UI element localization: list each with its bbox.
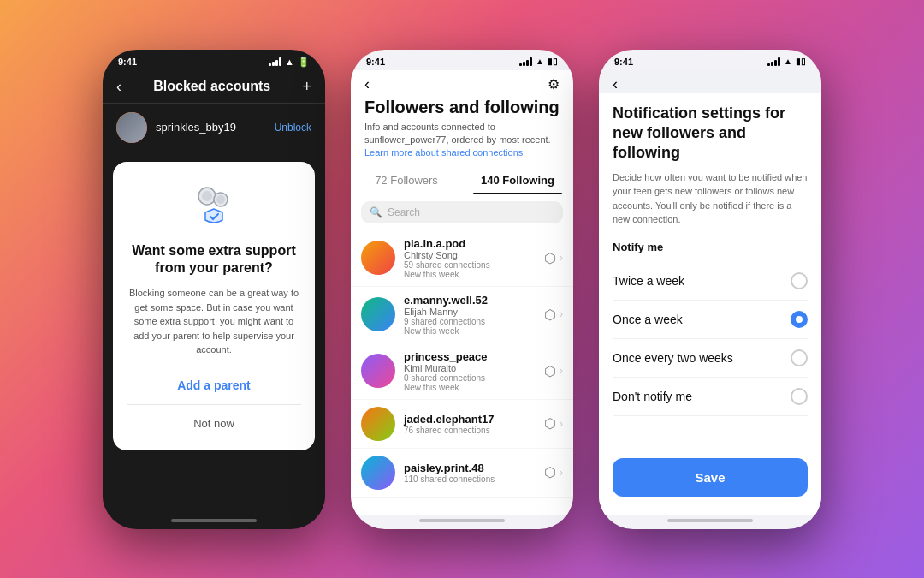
battery-icon-3: ▮▯ xyxy=(796,57,806,66)
list-item[interactable]: jaded.elephant17 76 shared connections ⬡… xyxy=(351,400,573,449)
signal-bars-3 xyxy=(767,57,780,66)
phone-blocked-accounts: 9:41 ▲ 🔋 ‹ Blocked accounts + sprinkles_… xyxy=(103,50,325,529)
instagram-icon-2[interactable]: ⬡ xyxy=(544,363,556,379)
notification-body: Notification settings for new followers … xyxy=(599,93,821,515)
instagram-icon-0[interactable]: ⬡ xyxy=(544,250,556,266)
radio-label-1: Once a week xyxy=(613,313,683,326)
blocked-title: Blocked accounts xyxy=(153,79,270,94)
modal-illustration xyxy=(188,179,240,230)
user-list: pia.in.a.pod Chirsty Song 59 shared conn… xyxy=(351,230,573,515)
status-icons-3: ▲ ▮▯ xyxy=(767,57,806,66)
blocked-user-avatar xyxy=(116,112,147,143)
add-parent-button[interactable]: Add a parent xyxy=(177,375,251,396)
status-time-2: 9:41 xyxy=(366,57,385,67)
followers-subtitle: Info and accounts connected to sunflower… xyxy=(351,121,573,167)
unblock-button[interactable]: Unblock xyxy=(275,122,311,134)
notification-title: Notification settings for new followers … xyxy=(613,104,808,164)
phone-notifications: 9:41 ▲ ▮▯ ‹ Notification settings for ne… xyxy=(599,50,821,529)
modal-divider-2 xyxy=(127,404,301,405)
radio-option-3[interactable]: Don't notify me xyxy=(613,378,808,416)
user-avatar-4 xyxy=(361,456,395,490)
user-meta-4: 110 shared connections xyxy=(404,474,536,484)
user-handle-3: jaded.elephant17 xyxy=(404,413,536,426)
chevron-right-icon-1: › xyxy=(560,308,563,320)
instagram-icon-1[interactable]: ⬡ xyxy=(544,307,556,323)
chevron-right-icon-0: › xyxy=(560,252,563,264)
blocked-content: ‹ Blocked accounts + sprinkles_bby19 Unb… xyxy=(103,71,325,515)
svg-point-3 xyxy=(216,195,225,204)
svg-point-1 xyxy=(202,191,212,201)
home-indicator-2 xyxy=(419,519,505,522)
blocked-header: ‹ Blocked accounts + xyxy=(103,71,325,104)
tab-following[interactable]: 140 Following xyxy=(462,167,573,194)
notification-desc: Decide how often you want to be notified… xyxy=(613,170,808,227)
followers-header: ‹ ⚙ xyxy=(351,70,573,97)
signal-bars-2 xyxy=(519,57,532,66)
search-bar[interactable]: 🔍 Search xyxy=(361,201,563,223)
radio-option-2[interactable]: Once every two weeks xyxy=(613,339,808,378)
user-name-1: Elijah Manny xyxy=(404,307,536,317)
followers-tabs: 72 Followers 140 Following xyxy=(351,167,573,194)
add-button[interactable]: + xyxy=(302,78,311,96)
user-meta-1: 9 shared connections xyxy=(404,317,536,326)
radio-button-1[interactable] xyxy=(791,311,808,328)
not-now-button[interactable]: Not now xyxy=(193,414,234,433)
radio-button-3[interactable] xyxy=(791,388,808,405)
user-handle-1: e.manny.well.52 xyxy=(404,294,536,307)
signal-bars-1 xyxy=(269,57,281,66)
modal-title: Want some extra support from your parent… xyxy=(127,242,301,278)
save-button[interactable]: Save xyxy=(613,458,808,497)
support-modal: Want some extra support from your parent… xyxy=(113,162,315,450)
battery-icon-2: ▮▯ xyxy=(548,57,558,66)
blocked-username: sprinkles_bby19 xyxy=(156,121,266,134)
search-icon: 🔍 xyxy=(370,206,382,218)
tab-followers[interactable]: 72 Followers xyxy=(351,167,462,194)
list-item[interactable]: paisley.print.48 110 shared connections … xyxy=(351,449,573,498)
modal-divider-1 xyxy=(127,366,301,366)
radio-option-0[interactable]: Twice a week xyxy=(613,262,808,301)
notification-content: ‹ Notification settings for new follower… xyxy=(599,70,821,515)
status-bar-3: 9:41 ▲ ▮▯ xyxy=(599,50,821,70)
radio-button-0[interactable] xyxy=(791,272,808,289)
search-placeholder: Search xyxy=(388,206,420,218)
radio-option-1[interactable]: Once a week xyxy=(613,301,808,339)
followers-content: ‹ ⚙ Followers and following Info and acc… xyxy=(351,70,573,515)
user-handle-2: princess_peace xyxy=(404,350,536,363)
back-button-1[interactable]: ‹ xyxy=(116,78,121,96)
settings-icon[interactable]: ⚙ xyxy=(548,76,560,92)
phone-followers: 9:41 ▲ ▮▯ ‹ ⚙ Followers and following In… xyxy=(351,50,573,529)
notify-me-label: Notify me xyxy=(613,241,808,253)
wifi-icon-1: ▲ xyxy=(285,57,294,67)
user-meta-0: 59 shared connections xyxy=(404,260,536,270)
instagram-icon-4[interactable]: ⬡ xyxy=(544,464,556,480)
user-meta-3: 76 shared connections xyxy=(404,426,536,435)
radio-button-2[interactable] xyxy=(791,349,808,366)
battery-icon-1: 🔋 xyxy=(298,57,310,68)
list-item[interactable]: e.manny.well.52 Elijah Manny 9 shared co… xyxy=(351,287,573,343)
status-bar-2: 9:41 ▲ ▮▯ xyxy=(351,50,573,70)
user-handle-0: pia.in.a.pod xyxy=(404,237,536,250)
status-time-1: 9:41 xyxy=(118,57,137,67)
user-name-0: Chirsty Song xyxy=(404,250,536,260)
status-icons-1: ▲ 🔋 xyxy=(269,57,310,68)
blocked-user-row: sprinkles_bby19 Unblock xyxy=(103,104,325,152)
chevron-right-icon-2: › xyxy=(560,365,563,377)
wifi-icon-3: ▲ xyxy=(784,57,792,66)
status-icons-2: ▲ ▮▯ xyxy=(519,57,558,66)
status-time-3: 9:41 xyxy=(614,57,633,67)
list-item[interactable]: princess_peace Kimi Muraito 0 shared con… xyxy=(351,343,573,400)
modal-desc: Blocking someone can be a great way to g… xyxy=(127,286,301,357)
status-bar-1: 9:41 ▲ 🔋 xyxy=(103,50,325,71)
user-handle-4: paisley.print.48 xyxy=(404,462,536,474)
user-meta-2: 0 shared connections xyxy=(404,373,536,383)
wifi-icon-2: ▲ xyxy=(536,57,544,66)
radio-label-3: Don't notify me xyxy=(613,390,692,403)
followers-title: Followers and following xyxy=(351,97,573,121)
list-item[interactable]: pia.in.a.pod Chirsty Song 59 shared conn… xyxy=(351,230,573,287)
back-button-2[interactable]: ‹ xyxy=(364,75,370,93)
instagram-icon-3[interactable]: ⬡ xyxy=(544,415,556,432)
shared-connections-link[interactable]: Learn more about shared connections xyxy=(364,147,523,158)
back-button-3[interactable]: ‹ xyxy=(613,75,618,93)
user-avatar-0 xyxy=(361,241,395,275)
chevron-right-icon-3: › xyxy=(560,418,563,430)
